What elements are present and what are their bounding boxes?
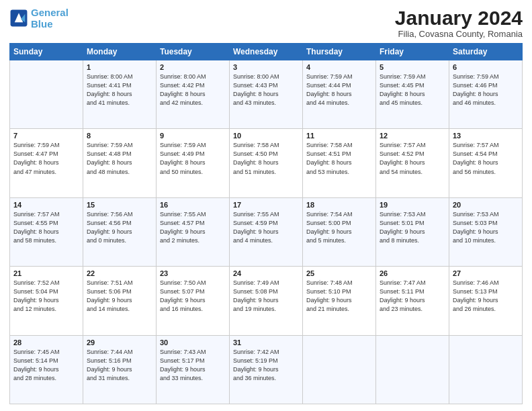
header-monday: Monday <box>83 44 157 60</box>
calendar-cell: 13Sunrise: 7:57 AM Sunset: 4:54 PM Dayli… <box>449 129 523 197</box>
logo-text: General Blue <box>31 7 69 30</box>
day-number: 25 <box>306 269 372 277</box>
day-number: 29 <box>87 338 152 347</box>
logo: General Blue <box>9 7 69 30</box>
day-info: Sunrise: 7:59 AM Sunset: 4:48 PM Dayligh… <box>87 141 152 176</box>
header-wednesday: Wednesday <box>230 44 303 60</box>
calendar-cell: 4Sunrise: 7:59 AM Sunset: 4:44 PM Daylig… <box>303 60 376 129</box>
day-number: 2 <box>160 63 226 71</box>
day-info: Sunrise: 7:55 AM Sunset: 4:57 PM Dayligh… <box>160 210 226 245</box>
calendar-table: Sunday Monday Tuesday Wednesday Thursday… <box>9 43 523 404</box>
day-number: 27 <box>453 269 519 277</box>
calendar-cell: 6Sunrise: 7:59 AM Sunset: 4:46 PM Daylig… <box>449 60 523 129</box>
day-number: 11 <box>306 132 372 140</box>
header-friday: Friday <box>376 44 449 60</box>
calendar-cell: 28Sunrise: 7:45 AM Sunset: 5:14 PM Dayli… <box>10 335 83 404</box>
day-number: 3 <box>233 63 299 71</box>
calendar-week-row: 28Sunrise: 7:45 AM Sunset: 5:14 PM Dayli… <box>10 335 523 404</box>
day-number: 7 <box>13 132 79 140</box>
day-number: 18 <box>306 201 372 209</box>
day-number: 6 <box>453 63 519 71</box>
day-info: Sunrise: 7:54 AM Sunset: 5:00 PM Dayligh… <box>306 210 372 245</box>
day-number: 28 <box>13 338 79 347</box>
calendar-week-row: 14Sunrise: 7:57 AM Sunset: 4:55 PM Dayli… <box>10 197 523 266</box>
calendar-cell <box>10 60 83 129</box>
calendar-cell: 21Sunrise: 7:52 AM Sunset: 5:04 PM Dayli… <box>10 267 83 335</box>
day-number: 4 <box>306 63 372 71</box>
day-info: Sunrise: 7:57 AM Sunset: 4:52 PM Dayligh… <box>380 141 445 176</box>
day-info: Sunrise: 7:47 AM Sunset: 5:11 PM Dayligh… <box>380 279 445 314</box>
day-info: Sunrise: 7:57 AM Sunset: 4:54 PM Dayligh… <box>453 141 519 176</box>
calendar-cell: 10Sunrise: 7:58 AM Sunset: 4:50 PM Dayli… <box>230 129 303 197</box>
day-number: 22 <box>87 269 152 277</box>
calendar-cell <box>303 335 376 404</box>
day-number: 24 <box>233 269 299 277</box>
calendar-cell: 17Sunrise: 7:55 AM Sunset: 4:59 PM Dayli… <box>230 197 303 266</box>
day-info: Sunrise: 7:53 AM Sunset: 5:03 PM Dayligh… <box>453 210 519 245</box>
title-block: January 2024 Filia, Covasna County, Roma… <box>395 7 523 39</box>
calendar-cell: 26Sunrise: 7:47 AM Sunset: 5:11 PM Dayli… <box>376 267 449 335</box>
calendar-cell: 30Sunrise: 7:43 AM Sunset: 5:17 PM Dayli… <box>157 335 230 404</box>
calendar-cell: 7Sunrise: 7:59 AM Sunset: 4:47 PM Daylig… <box>10 129 83 197</box>
day-number: 23 <box>160 269 226 277</box>
day-info: Sunrise: 7:44 AM Sunset: 5:16 PM Dayligh… <box>87 348 152 383</box>
calendar-cell: 12Sunrise: 7:57 AM Sunset: 4:52 PM Dayli… <box>376 129 449 197</box>
page-header: General Blue January 2024 Filia, Covasna… <box>9 7 523 39</box>
calendar-cell: 3Sunrise: 8:00 AM Sunset: 4:43 PM Daylig… <box>230 60 303 129</box>
day-info: Sunrise: 7:57 AM Sunset: 4:55 PM Dayligh… <box>13 210 79 245</box>
day-number: 17 <box>233 201 299 209</box>
day-info: Sunrise: 7:59 AM Sunset: 4:46 PM Dayligh… <box>453 73 519 107</box>
day-info: Sunrise: 8:00 AM Sunset: 4:42 PM Dayligh… <box>160 73 226 107</box>
calendar-cell <box>376 335 449 404</box>
day-number: 1 <box>87 63 152 71</box>
location-subtitle: Filia, Covasna County, Romania <box>395 29 523 39</box>
calendar-cell: 24Sunrise: 7:49 AM Sunset: 5:08 PM Dayli… <box>230 267 303 335</box>
day-number: 26 <box>380 269 445 277</box>
day-info: Sunrise: 7:58 AM Sunset: 4:51 PM Dayligh… <box>306 141 372 176</box>
header-sunday: Sunday <box>10 44 83 60</box>
day-number: 8 <box>87 132 152 140</box>
day-info: Sunrise: 7:59 AM Sunset: 4:45 PM Dayligh… <box>380 73 445 107</box>
calendar-cell: 29Sunrise: 7:44 AM Sunset: 5:16 PM Dayli… <box>83 335 157 404</box>
logo-icon <box>9 9 28 28</box>
day-number: 12 <box>380 132 445 140</box>
calendar-cell: 23Sunrise: 7:50 AM Sunset: 5:07 PM Dayli… <box>157 267 230 335</box>
day-info: Sunrise: 7:49 AM Sunset: 5:08 PM Dayligh… <box>233 279 299 314</box>
calendar-cell: 31Sunrise: 7:42 AM Sunset: 5:19 PM Dayli… <box>230 335 303 404</box>
calendar-cell: 8Sunrise: 7:59 AM Sunset: 4:48 PM Daylig… <box>83 129 157 197</box>
calendar-cell: 27Sunrise: 7:46 AM Sunset: 5:13 PM Dayli… <box>449 267 523 335</box>
day-info: Sunrise: 7:59 AM Sunset: 4:47 PM Dayligh… <box>13 141 79 176</box>
day-info: Sunrise: 7:50 AM Sunset: 5:07 PM Dayligh… <box>160 279 226 314</box>
day-info: Sunrise: 7:58 AM Sunset: 4:50 PM Dayligh… <box>233 141 299 176</box>
calendar-cell: 15Sunrise: 7:56 AM Sunset: 4:56 PM Dayli… <box>83 197 157 266</box>
day-number: 30 <box>160 338 226 347</box>
calendar-cell: 11Sunrise: 7:58 AM Sunset: 4:51 PM Dayli… <box>303 129 376 197</box>
day-info: Sunrise: 7:45 AM Sunset: 5:14 PM Dayligh… <box>13 348 79 383</box>
day-number: 5 <box>380 63 445 71</box>
day-info: Sunrise: 7:46 AM Sunset: 5:13 PM Dayligh… <box>453 279 519 314</box>
day-number: 20 <box>453 201 519 209</box>
day-info: Sunrise: 7:42 AM Sunset: 5:19 PM Dayligh… <box>233 348 299 383</box>
month-title: January 2024 <box>395 7 523 29</box>
day-info: Sunrise: 7:55 AM Sunset: 4:59 PM Dayligh… <box>233 210 299 245</box>
day-number: 10 <box>233 132 299 140</box>
calendar-cell: 19Sunrise: 7:53 AM Sunset: 5:01 PM Dayli… <box>376 197 449 266</box>
day-info: Sunrise: 7:53 AM Sunset: 5:01 PM Dayligh… <box>380 210 445 245</box>
calendar-week-row: 21Sunrise: 7:52 AM Sunset: 5:04 PM Dayli… <box>10 267 523 335</box>
day-number: 13 <box>453 132 519 140</box>
day-info: Sunrise: 7:59 AM Sunset: 4:44 PM Dayligh… <box>306 73 372 107</box>
header-thursday: Thursday <box>303 44 376 60</box>
calendar-cell: 9Sunrise: 7:59 AM Sunset: 4:49 PM Daylig… <box>157 129 230 197</box>
day-info: Sunrise: 7:52 AM Sunset: 5:04 PM Dayligh… <box>13 279 79 314</box>
calendar-week-row: 7Sunrise: 7:59 AM Sunset: 4:47 PM Daylig… <box>10 129 523 197</box>
day-info: Sunrise: 7:43 AM Sunset: 5:17 PM Dayligh… <box>160 348 226 383</box>
day-number: 21 <box>13 269 79 277</box>
day-info: Sunrise: 8:00 AM Sunset: 4:43 PM Dayligh… <box>233 73 299 107</box>
calendar-cell: 22Sunrise: 7:51 AM Sunset: 5:06 PM Dayli… <box>83 267 157 335</box>
calendar-cell: 20Sunrise: 7:53 AM Sunset: 5:03 PM Dayli… <box>449 197 523 266</box>
day-number: 19 <box>380 201 445 209</box>
calendar-cell <box>449 335 523 404</box>
day-info: Sunrise: 7:56 AM Sunset: 4:56 PM Dayligh… <box>87 210 152 245</box>
day-number: 9 <box>160 132 226 140</box>
header-saturday: Saturday <box>449 44 523 60</box>
